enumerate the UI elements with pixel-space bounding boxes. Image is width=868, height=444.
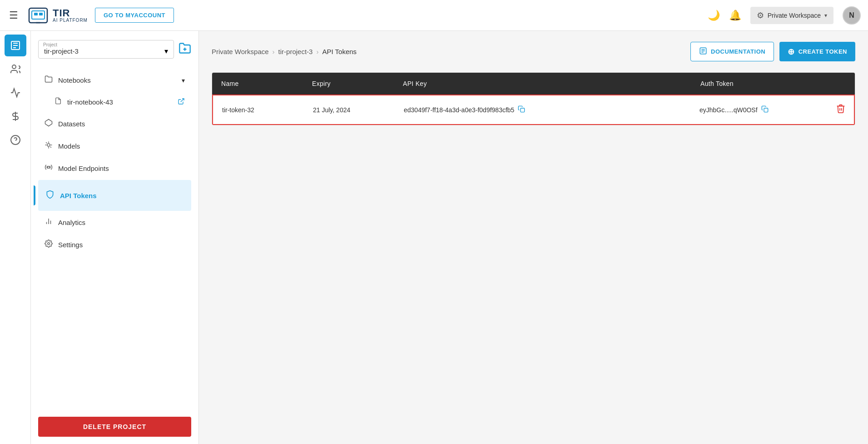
td-expiry: 21 July, 2024 [304,98,395,122]
breadcrumb-current: API Tokens [322,48,357,55]
sidebar-item-model-endpoints[interactable]: Model Endpoints [38,158,191,179]
datasets-icon [45,119,53,129]
notebooks-icon [45,75,53,85]
notebook-name-label: tir-notebook-43 [67,98,172,106]
notebooks-label: Notebooks [58,76,176,84]
nav-section: Notebooks ▾ tir-notebook-43 [38,70,191,409]
documentation-button[interactable]: DOCUMENTATION [690,42,774,61]
breadcrumb-sep-2: › [316,48,318,55]
svg-line-15 [50,147,51,148]
logo-text: TIR AI PLATFORM [53,8,88,23]
project-chevron: ▾ [164,47,168,55]
breadcrumb-sep-1: › [273,48,275,55]
model-endpoints-icon [45,163,53,174]
sidebar-item-datasets[interactable]: Datasets [38,113,191,135]
api-tokens-label: API Tokens [60,192,185,200]
logo-tir: TIR [53,8,88,18]
svg-point-22 [48,243,50,245]
token-expiry: 21 July, 2024 [313,106,350,114]
user-avatar[interactable]: N [843,6,861,25]
sidebar-item-models[interactable]: Models [38,135,191,157]
breadcrumb-workspace: Private Workspace [212,48,269,55]
models-icon [45,141,53,151]
header-actions: DOCUMENTATION ⊕ CREATE TOKEN [690,42,855,61]
svg-point-11 [47,144,50,146]
project-selector: Project tir-project-3 ▾ [38,40,191,59]
delete-token-button[interactable] [836,104,846,116]
sidebar-item-settings[interactable]: Settings [38,234,191,255]
auth-token-value: eyJhbGc.....qW0OSf [699,106,758,114]
nav-icons: 🌙 🔔 ⚙ Private Workspace ▾ N [708,6,861,25]
notebook-file-icon [55,97,62,107]
workspace-icon: ⚙ [757,10,764,20]
table-header: Name Expiry API Key Auth Token [212,73,855,95]
svg-point-5 [12,65,16,69]
svg-line-14 [46,142,47,143]
rail-item-billing[interactable] [5,105,26,127]
settings-label: Settings [58,241,185,249]
sidebar-item-api-tokens[interactable]: API Tokens [38,180,191,211]
rail-item-help[interactable] [5,129,26,151]
svg-line-9 [181,99,184,102]
sidebar: Project tir-project-3 ▾ [31,31,199,444]
rail-item-notebooks[interactable] [5,35,26,56]
analytics-icon [45,217,53,228]
token-table: Name Expiry API Key Auth Token tir-token… [212,72,855,125]
breadcrumb-project: tir-project-3 [278,48,313,55]
active-indicator [34,185,35,205]
external-link-icon[interactable] [178,98,185,107]
td-auth-token: eyJhbGc.....qW0OSf [690,97,827,123]
svg-point-18 [48,166,50,169]
datasets-label: Datasets [58,120,185,128]
icon-rail [0,31,31,444]
project-label: Project [43,42,57,47]
delete-project-button[interactable]: DELETE PROJECT [38,417,191,437]
svg-rect-3 [39,13,43,15]
workspace-label: Private Workspace [768,12,821,19]
rail-item-analytics[interactable] [5,82,26,104]
create-token-button[interactable]: ⊕ CREATE TOKEN [779,42,855,61]
token-name: tir-token-32 [222,106,254,114]
svg-marker-10 [45,120,52,126]
main-layout: Project tir-project-3 ▾ [0,31,868,444]
analytics-label: Analytics [58,219,185,226]
rail-item-team[interactable] [5,58,26,80]
content-header: Private Workspace › tir-project-3 › API … [212,42,855,61]
hamburger-button[interactable]: ☰ [7,8,20,23]
table-row: tir-token-32 21 July, 2024 ed3049f7-ff18… [212,95,855,125]
logo-icon [27,5,49,26]
go-to-myaccount-button[interactable]: GO TO MYACCOUNT [95,8,174,23]
main-content: Private Workspace › tir-project-3 › API … [199,31,868,444]
svg-rect-27 [521,108,525,112]
svg-rect-28 [764,108,768,112]
col-name: Name [212,73,303,95]
doc-icon [699,47,707,56]
copy-auth-token-button[interactable] [761,105,769,115]
dark-mode-button[interactable]: 🌙 [708,10,720,21]
logo-area: TIR AI PLATFORM [27,5,88,26]
chevron-down-icon: ▾ [824,12,827,19]
create-token-label: CREATE TOKEN [799,48,847,55]
models-label: Models [58,142,185,150]
notebooks-chevron: ▾ [182,77,185,84]
copy-api-key-button[interactable] [518,105,525,115]
col-expiry: Expiry [303,73,394,95]
sidebar-item-analytics[interactable]: Analytics [38,212,191,233]
td-delete [827,95,854,124]
project-dropdown[interactable]: Project tir-project-3 ▾ [38,40,174,59]
col-auth-token: Auth Token [691,73,828,95]
documentation-label: DOCUMENTATION [711,48,765,55]
notification-button[interactable]: 🔔 [729,10,741,21]
col-api-key: API Key [394,73,691,95]
add-folder-button[interactable] [179,42,191,57]
project-name: tir-project-3 [44,47,79,55]
sidebar-item-tir-notebook-43[interactable]: tir-notebook-43 [38,92,191,112]
workspace-button[interactable]: ⚙ Private Workspace ▾ [750,7,833,24]
col-actions [828,73,855,95]
model-endpoints-label: Model Endpoints [58,165,185,172]
breadcrumb: Private Workspace › tir-project-3 › API … [212,48,357,55]
svg-rect-2 [34,13,38,15]
sidebar-item-notebooks[interactable]: Notebooks ▾ [38,70,191,91]
settings-icon [45,239,53,250]
api-key-value: ed3049f7-ff18-4a3d-a0e3-f0d9f983cfb5 [404,106,514,114]
